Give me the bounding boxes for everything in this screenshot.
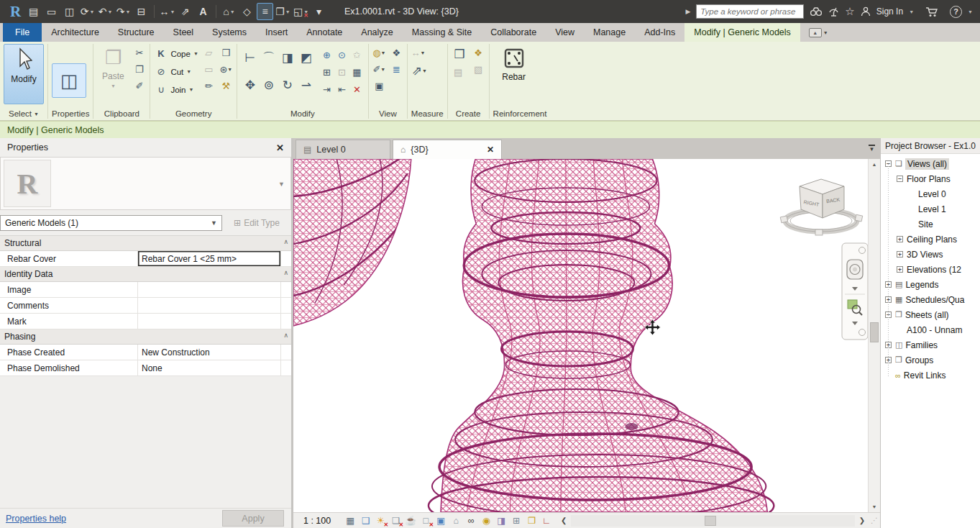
wall-join-3d-icon[interactable]: ❒ [219, 46, 233, 60]
apply-button[interactable]: Apply [222, 510, 284, 527]
mirror-pick-icon[interactable]: ⊕ [320, 48, 334, 62]
scale-icon[interactable]: ✩ [350, 48, 364, 62]
tree-item-groups[interactable]: +❒Groups [881, 352, 980, 368]
align-icon[interactable]: ⊢ [242, 50, 258, 66]
property-value[interactable]: New Construction [138, 345, 281, 360]
shadows-icon[interactable]: ❏✕ [389, 514, 402, 527]
section-header[interactable]: Identity Data∧ [0, 267, 291, 282]
ribbon-tab-manage[interactable]: Manage [584, 23, 635, 42]
tree-item-a100-unnam[interactable]: A100 - Unnam [881, 322, 980, 337]
rotate-icon[interactable]: ↻ [279, 77, 296, 94]
delete-icon[interactable]: ✕ [350, 83, 364, 96]
rendering-dialog-icon[interactable]: ☕ [404, 514, 417, 527]
render-icon[interactable]: ❖ [390, 46, 403, 60]
save-icon[interactable]: ◫ [61, 3, 78, 20]
split-with-gap-icon[interactable]: ◩ [298, 50, 314, 66]
array-icon[interactable]: ⊞ [320, 65, 334, 79]
ribbon-tab-annotate[interactable]: Annotate [297, 23, 352, 42]
section-pin-icon[interactable]: ∧ [283, 332, 288, 339]
expand-icon[interactable]: + [897, 251, 903, 258]
ribbon-tab-structure[interactable]: Structure [109, 23, 164, 42]
horizontal-scrollbar[interactable] [571, 515, 855, 527]
sync-icon[interactable]: ⟳▼ [79, 3, 96, 20]
vertical-scrollbar[interactable]: ▲ ▼ [868, 159, 880, 512]
mirror-axis-icon[interactable]: ⊙ [335, 48, 349, 62]
beam-coping-icon[interactable]: ▱ [202, 46, 216, 60]
split-element-icon[interactable]: ◨ [279, 50, 296, 66]
section-pin-icon[interactable]: ∧ [283, 269, 288, 276]
temporary-view-properties-icon[interactable]: ◨ [495, 514, 508, 527]
cope-button[interactable]: KCope▼ [154, 46, 198, 61]
pattern-icon[interactable]: ▦ [350, 65, 364, 79]
tree-item-floor-plans[interactable]: −Floor Plans [881, 171, 980, 186]
sign-in-button[interactable]: Sign In [876, 6, 903, 17]
ribbon-tab-architecture[interactable]: Architecture [42, 23, 109, 42]
cut-clipboard-icon[interactable]: ✂ [132, 46, 146, 60]
properties-palette-button[interactable]: ◫ [52, 63, 86, 98]
join-button[interactable]: ∪Join▼ [154, 82, 198, 97]
rebar-button[interactable]: Rebar [493, 44, 535, 104]
tree-item-ceiling-plans[interactable]: +Ceiling Plans [881, 232, 980, 247]
reveal-hidden-elements-icon[interactable]: ◉ [480, 514, 493, 527]
property-value[interactable]: None [138, 360, 281, 375]
user-interface-icon[interactable]: ◱✕▼ [293, 3, 309, 20]
navigation-bar[interactable] [841, 242, 869, 340]
ribbon-display-toggle[interactable]: ▲ ▼ [809, 23, 828, 42]
horizontal-scroll-thumb[interactable] [705, 516, 716, 526]
ribbon-tab-systems[interactable]: Systems [203, 23, 256, 42]
search-input[interactable] [696, 4, 804, 19]
tree-item-schedules-qua[interactable]: +▦Schedules/Qua [881, 292, 980, 307]
property-value[interactable] [138, 298, 281, 313]
create-group-icon[interactable]: ❒ [452, 46, 468, 63]
displacement-sets-icon[interactable]: ❐ [525, 514, 538, 527]
split-face-icon[interactable]: ✏ [202, 79, 216, 93]
analytical-model-icon[interactable]: ⊞ [510, 514, 523, 527]
close-view-icon[interactable]: ✕ [487, 145, 494, 155]
modify-tool-button[interactable]: Modify [4, 44, 44, 104]
favorites-star-icon[interactable]: ☆ [845, 5, 854, 18]
section-pin-icon[interactable]: ∧ [283, 238, 288, 245]
tree-item-site[interactable]: Site [881, 217, 980, 232]
view-cube[interactable]: RIGHT BACK [779, 175, 866, 241]
help-icon[interactable]: ? [950, 6, 962, 18]
tree-item-level-0[interactable]: Level 0 [881, 186, 980, 201]
edit-type-button[interactable]: ⊞ Edit Type [222, 218, 291, 228]
properties-palette-icon[interactable]: ▤ [25, 3, 42, 20]
tree-item-3d-views[interactable]: +3D Views [881, 247, 980, 262]
property-value[interactable] [138, 314, 281, 329]
default-3d-view-icon[interactable]: ⌂▼ [221, 3, 237, 20]
section-icon[interactable]: ◇ [239, 3, 255, 20]
move-icon[interactable]: ✥ [242, 77, 258, 94]
help-dropdown-icon[interactable]: ▼ [968, 9, 973, 14]
properties-panel-label[interactable]: Properties [52, 107, 89, 120]
scroll-left-icon[interactable]: ❮ [559, 516, 569, 524]
view-scale[interactable]: 1 : 100 [303, 516, 331, 526]
create-parts-icon[interactable]: ❖ [472, 46, 485, 60]
ribbon-tab-insert[interactable]: Insert [256, 23, 297, 42]
trim-extend-icon[interactable]: ⇥ [320, 83, 334, 96]
vertical-scroll-thumb[interactable] [870, 322, 879, 342]
type-selector[interactable]: R ▼ [0, 157, 291, 210]
type-selector-dropdown-icon[interactable]: ▼ [278, 181, 285, 188]
offset-icon[interactable]: ⇀ [298, 77, 314, 94]
thin-lines-icon[interactable]: ≡ [257, 3, 273, 20]
view-tab--3d-[interactable]: ⌂{3D}✕ [393, 140, 502, 159]
switch-windows-icon[interactable]: ❐▼ [275, 3, 291, 20]
model-viewport[interactable]: RIGHT BACK [293, 159, 880, 512]
scroll-down-icon[interactable]: ▼ [872, 501, 877, 512]
redo-icon[interactable]: ↷▼ [115, 3, 132, 20]
tree-item-elevations-12[interactable]: +Elevations (12 [881, 262, 980, 277]
ribbon-tab-massing-site[interactable]: Massing & Site [403, 23, 481, 42]
view-tab-level-0[interactable]: ▤Level 0 [296, 140, 390, 159]
crop-view-icon[interactable]: □✕ [419, 514, 432, 527]
create-assembly-icon[interactable]: ▤ [452, 65, 465, 79]
view-tab-list-icon[interactable]: ▼ [869, 145, 875, 153]
measure-icon[interactable]: ↔▼ [159, 3, 175, 20]
copy-icon[interactable]: ❐ [132, 63, 146, 76]
text-icon[interactable]: A [195, 3, 211, 20]
locked-3d-view-icon[interactable]: ⌂ [449, 514, 462, 527]
select-panel-label[interactable]: Select▼ [4, 107, 44, 120]
tree-item-level-1[interactable]: Level 1 [881, 201, 980, 217]
tree-item-views-all-[interactable]: −❏Views (all) [881, 156, 980, 171]
reveal-hidden-ribbon-icon[interactable]: ◍▼ [372, 46, 386, 60]
